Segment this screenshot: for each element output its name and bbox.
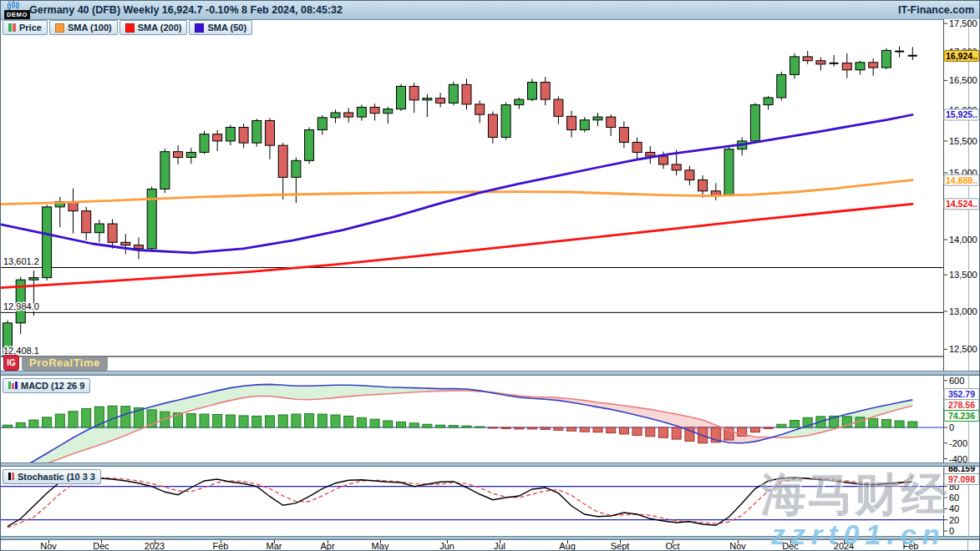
sma50-line (1, 115, 912, 253)
macd-icon (8, 382, 18, 389)
svg-text:-200: -200 (949, 438, 967, 448)
macd-label: MACD (12 26 9 (21, 381, 84, 391)
svg-text:17,500: 17,500 (949, 19, 977, 28)
x-axis-label: May (372, 541, 389, 551)
x-axis-label: Jun (439, 541, 454, 551)
svg-text:16,924..: 16,924.. (946, 51, 977, 61)
svg-text:40: 40 (949, 503, 959, 513)
price-icon (8, 23, 16, 32)
x-axis-label: Nov (40, 541, 57, 551)
svg-text:0: 0 (949, 422, 954, 432)
stochastic-chart-canvas[interactable] (1, 467, 943, 536)
time-axis[interactable]: NovDec2023FebMarAprMayJunJulAugSeptOctNo… (1, 540, 980, 551)
x-axis-label: Dec (782, 541, 799, 551)
legend-chip-sma50[interactable]: SMA (50) (189, 20, 252, 35)
x-axis-label: 2024 (834, 541, 854, 551)
svg-text:97.098: 97.098 (948, 474, 975, 484)
x-axis-label: Dec (93, 541, 109, 551)
x-axis-label: Mar (267, 541, 282, 551)
x-axis-label: Feb (213, 541, 229, 551)
candles-layer (3, 47, 917, 366)
x-axis-label: Feb (903, 541, 919, 551)
svg-text:600: 600 (949, 376, 964, 386)
x-axis-label: Oct (665, 541, 679, 551)
panel-separator[interactable] (1, 536, 980, 540)
chart-application-window: DEMO Germany 40 (DFB) Weekly 16,924.7 -0… (0, 0, 980, 551)
legend-label: SMA (200) (138, 23, 182, 33)
x-axis-label: Nov (729, 541, 746, 551)
sma200-swatch-icon (125, 23, 135, 33)
legend-chip-sma200[interactable]: SMA (200) (119, 20, 188, 35)
x-axis-label: Apr (320, 541, 334, 551)
svg-text:12,500: 12,500 (949, 344, 977, 354)
svg-text:13,601.2: 13,601.2 (3, 256, 39, 266)
panel-separator[interactable] (1, 463, 980, 467)
price-chart-canvas[interactable]: 13,601.212,984.012,408.1 (1, 19, 943, 371)
svg-text:74.236: 74.236 (948, 411, 975, 421)
stochastic-icon (8, 473, 14, 480)
instrument-title: Germany 40 (DFB) Weekly 16,924.7 -0.10% … (29, 4, 343, 16)
svg-text:278.56: 278.56 (948, 400, 975, 410)
sma100-swatch-icon (55, 23, 64, 33)
sma100-line (1, 180, 912, 205)
legend-label: Price (19, 23, 42, 33)
x-axis-label: 2023 (145, 541, 165, 551)
svg-text:13,500: 13,500 (949, 270, 977, 280)
panel-separator[interactable] (1, 371, 980, 376)
title-bar: DEMO Germany 40 (DFB) Weekly 16,924.7 -0… (1, 1, 980, 20)
svg-text:12,984.0: 12,984.0 (3, 301, 39, 311)
svg-text:13,000: 13,000 (949, 306, 977, 316)
svg-text:14,888..: 14,888.. (946, 175, 977, 185)
svg-text:15,500: 15,500 (949, 136, 977, 146)
svg-text:60: 60 (949, 493, 959, 503)
macd-chart-canvas[interactable] (1, 376, 943, 463)
stochastic-label: Stochastic (10 3 3 (18, 472, 95, 482)
x-axis-label: Jul (494, 541, 505, 551)
macd-label-chip[interactable]: MACD (12 26 9 (3, 377, 90, 393)
x-axis-label: Sept (611, 541, 630, 551)
legend-chip-sma100[interactable]: SMA (100) (49, 20, 118, 35)
svg-text:0: 0 (949, 526, 954, 536)
indicator-legend: Price SMA (100) SMA (200) SMA (50) (3, 20, 252, 35)
x-axis-label: Aug (559, 541, 576, 551)
stochastic-label-chip[interactable]: Stochastic (10 3 3 (3, 468, 101, 484)
legend-label: SMA (50) (207, 23, 246, 33)
legend-label: SMA (100) (68, 23, 112, 33)
svg-text:15,925..: 15,925.. (946, 109, 977, 119)
svg-text:352.79: 352.79 (948, 389, 975, 399)
axis-corner-box (967, 540, 980, 551)
ig-logo: IG (3, 355, 19, 371)
svg-text:14,000: 14,000 (949, 235, 977, 245)
sma50-swatch-icon (195, 23, 204, 33)
brand-link[interactable]: IT-Finance.com (898, 4, 974, 16)
sma-lines-layer (1, 115, 912, 288)
prorealtime-wordmark: ProRealTime (22, 356, 108, 371)
svg-text:20: 20 (949, 515, 959, 525)
demo-mode-badge: DEMO (4, 10, 30, 19)
svg-text:16,500: 16,500 (949, 75, 977, 85)
svg-text:14,524..: 14,524.. (946, 199, 977, 209)
legend-chip-price[interactable]: Price (3, 20, 48, 35)
horizontal-lines-layer (1, 267, 943, 356)
prorealtime-logo[interactable]: IG ProRealTime (3, 355, 108, 371)
